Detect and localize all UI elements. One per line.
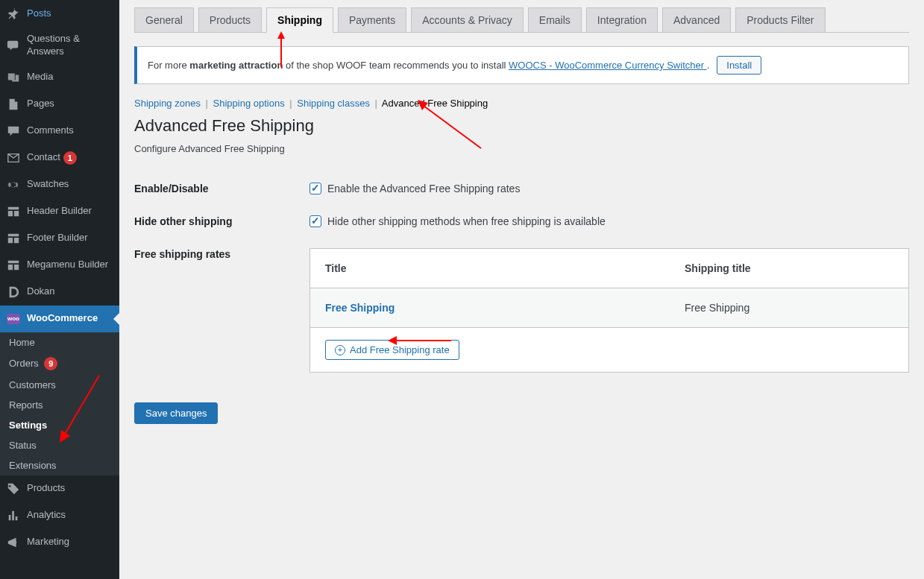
subitem-extensions[interactable]: Extensions <box>0 455 119 475</box>
enable-checkbox-wrap[interactable]: Enable the Advanced Free Shipping rates <box>309 183 909 194</box>
sidebar-label: Posts <box>27 7 51 20</box>
page-icon <box>6 97 21 112</box>
d-icon <box>6 285 21 300</box>
enable-checkbox[interactable] <box>309 183 321 194</box>
table-row[interactable]: Free Shipping Free Shipping <box>310 288 908 328</box>
gear-icon <box>6 177 21 192</box>
separator: | <box>289 98 292 109</box>
tab-products-filter[interactable]: Products Filter <box>735 7 825 32</box>
separator: | <box>206 98 208 109</box>
rates-table: Title Shipping title Free Shipping Free … <box>309 248 909 373</box>
shipping-subtabs: Shipping zones | Shipping options | Ship… <box>134 98 909 109</box>
tab-accounts-privacy[interactable]: Accounts & Privacy <box>411 7 524 32</box>
row-rates: Free shipping rates Title Shipping title… <box>134 238 909 383</box>
notice-text: For more marketing attraction of the sho… <box>148 60 709 71</box>
subitem-customers[interactable]: Customers <box>0 375 119 395</box>
page-title: Advanced Free Shipping <box>134 116 909 136</box>
chart-icon <box>6 508 21 523</box>
subitem-label: Settings <box>9 420 47 431</box>
tab-integration[interactable]: Integration <box>586 7 658 32</box>
sidebar-label: Swatches <box>27 178 69 191</box>
add-rate-label: Add Free Shipping rate <box>350 344 450 355</box>
media-icon <box>6 70 21 85</box>
orders-badge: 9 <box>44 357 57 370</box>
sidebar-label: Analytics <box>27 509 66 522</box>
separator: | <box>375 98 377 109</box>
rate-title-link[interactable]: Free Shipping <box>325 302 395 314</box>
col-title-header: Title <box>310 249 670 288</box>
tab-general[interactable]: General <box>134 7 194 32</box>
sidebar-item-analytics[interactable]: Analytics <box>0 502 119 529</box>
admin-sidebar: Posts Questions & Answers Media Pages Co… <box>0 0 119 579</box>
enable-text: Enable the Advanced Free Shipping rates <box>327 183 520 194</box>
subitem-status[interactable]: Status <box>0 435 119 455</box>
sidebar-item-swatches[interactable]: Swatches <box>0 171 119 198</box>
install-button[interactable]: Install <box>717 56 761 75</box>
woocommerce-submenu: Home Orders 9 Customers Reports Settings… <box>0 332 119 475</box>
page-description: Configure Advanced Free Shipping <box>134 143 909 154</box>
sidebar-item-woocommerce[interactable]: woo WooCommerce <box>0 306 119 332</box>
notice-link[interactable]: WOOCS - WooCommerce Currency Switcher <box>509 60 707 71</box>
subtab-classes[interactable]: Shipping classes <box>297 98 370 109</box>
tab-products[interactable]: Products <box>198 7 262 32</box>
sidebar-item-megamenu[interactable]: Megamenu Builder <box>0 252 119 279</box>
add-rate-button[interactable]: + Add Free Shipping rate <box>325 340 459 360</box>
sidebar-label: Footer Builder <box>27 232 88 244</box>
sidebar-item-posts[interactable]: Posts <box>0 0 119 27</box>
sidebar-item-products[interactable]: Products <box>0 475 119 502</box>
table-head: Title Shipping title <box>310 249 908 288</box>
layout-icon <box>6 258 21 273</box>
comment-icon <box>6 124 21 139</box>
notice-prefix: For more <box>148 60 189 71</box>
mail-icon <box>6 151 21 165</box>
sidebar-label: Questions & Answers <box>27 33 113 58</box>
table-footer: + Add Free Shipping rate <box>310 328 908 372</box>
layout-icon <box>6 231 21 246</box>
notice-suffix: . <box>707 60 710 71</box>
sidebar-item-comments[interactable]: Comments <box>0 118 119 145</box>
subitem-orders[interactable]: Orders 9 <box>0 352 119 375</box>
subitem-label: Extensions <box>9 460 57 471</box>
notice-middle: of the shop WOOF team recommends you to … <box>283 60 509 71</box>
tab-payments[interactable]: Payments <box>338 7 406 32</box>
sidebar-item-qa[interactable]: Questions & Answers <box>0 27 119 64</box>
subtab-advanced-free-shipping[interactable]: Advanced Free Shipping <box>382 98 488 109</box>
hide-label: Hide other shipping <box>134 215 309 227</box>
subtab-zones[interactable]: Shipping zones <box>134 98 201 109</box>
sidebar-item-header-builder[interactable]: Header Builder <box>0 198 119 225</box>
subitem-label: Customers <box>9 379 56 390</box>
sidebar-item-media[interactable]: Media <box>0 64 119 91</box>
sidebar-label: Comments <box>27 124 74 137</box>
tab-shipping[interactable]: Shipping <box>266 7 333 33</box>
hide-checkbox-wrap[interactable]: Hide other shipping methods when free sh… <box>309 215 909 227</box>
sidebar-item-contact[interactable]: Contact 1 <box>0 145 119 171</box>
subitem-home[interactable]: Home <box>0 332 119 352</box>
sidebar-item-marketing[interactable]: Marketing <box>0 529 119 556</box>
subitem-label: Reports <box>9 399 43 411</box>
contact-badge: 1 <box>63 151 77 165</box>
settings-tabs: General Products Shipping Payments Accou… <box>134 7 909 33</box>
notice-strong: marketing attraction <box>189 60 283 71</box>
tab-advanced[interactable]: Advanced <box>662 7 731 32</box>
megaphone-icon <box>6 535 21 550</box>
sidebar-item-dokan[interactable]: Dokan <box>0 279 119 306</box>
tag-icon <box>6 481 21 496</box>
sidebar-item-footer-builder[interactable]: Footer Builder <box>0 225 119 252</box>
layout-icon <box>6 204 21 219</box>
subitem-reports[interactable]: Reports <box>0 395 119 415</box>
save-button[interactable]: Save changes <box>134 402 218 424</box>
row-shipping-cell: Free Shipping <box>670 288 908 327</box>
subitem-settings[interactable]: Settings <box>0 415 119 435</box>
sidebar-label: Products <box>27 482 65 495</box>
row-enable: Enable/Disable Enable the Advanced Free … <box>134 172 909 205</box>
subtab-options[interactable]: Shipping options <box>213 98 285 109</box>
subitem-label: Status <box>9 440 37 451</box>
pin-icon <box>6 6 21 21</box>
sidebar-item-pages[interactable]: Pages <box>0 91 119 118</box>
hide-checkbox[interactable] <box>309 215 321 227</box>
sidebar-label: Marketing <box>27 536 69 548</box>
plus-icon: + <box>335 345 345 355</box>
tab-emails[interactable]: Emails <box>528 7 582 32</box>
sidebar-label: Pages <box>27 98 54 110</box>
sidebar-label: Header Builder <box>27 205 92 218</box>
